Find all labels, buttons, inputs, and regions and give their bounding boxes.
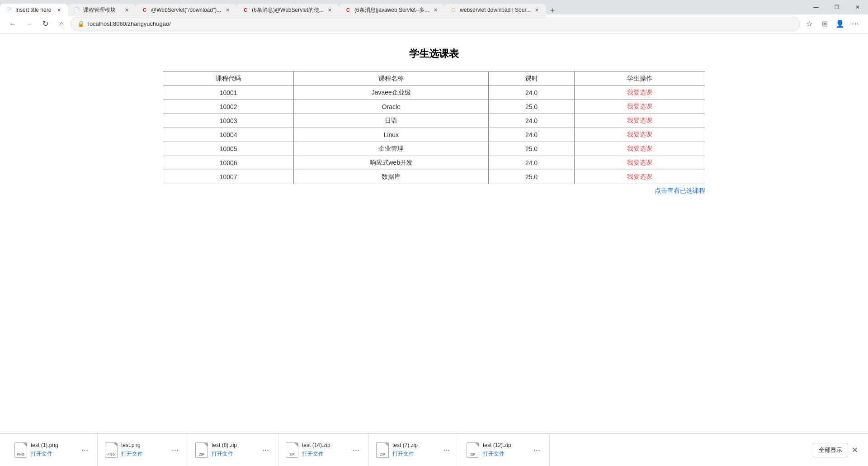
tab-close-3[interactable]: ✕ bbox=[224, 6, 231, 14]
download-item: PNGtest.png打开文件··· bbox=[98, 434, 188, 466]
minimize-button[interactable]: — bbox=[806, 0, 826, 14]
forward-button[interactable]: → bbox=[22, 17, 36, 31]
download-item: ZIPtest (12).zip打开文件··· bbox=[459, 434, 550, 466]
download-item: ZIPtest (7).zip打开文件··· bbox=[369, 434, 459, 466]
page-title: 学生选课表 bbox=[9, 47, 859, 61]
file-icon: PNG bbox=[105, 442, 118, 458]
open-file-link[interactable]: 打开文件 bbox=[483, 450, 511, 458]
table-row: 10004Linux24.0我要选课 bbox=[163, 128, 705, 142]
tab-close-2[interactable]: ✕ bbox=[123, 6, 130, 14]
tab-insert-title[interactable]: 📄 Insert title here ✕ bbox=[0, 4, 68, 16]
close-download-bar-button[interactable]: ✕ bbox=[848, 444, 861, 456]
cell-code: 10001 bbox=[163, 86, 294, 100]
tab-favicon-5: C bbox=[344, 6, 352, 14]
tab-label-2: 课程管理模块 bbox=[83, 6, 120, 14]
col-header-code: 课程代码 bbox=[163, 72, 294, 86]
tab-csdn-1[interactable]: C (6条消息)@WebServlet的使... ✕ bbox=[236, 4, 339, 16]
tab-close-6[interactable]: ✕ bbox=[533, 6, 541, 14]
cell-hours: 25.0 bbox=[489, 170, 574, 184]
select-course-link[interactable]: 我要选课 bbox=[627, 145, 652, 152]
cell-name: 日语 bbox=[294, 114, 489, 128]
table-row: 10006响应式web开发24.0我要选课 bbox=[163, 156, 705, 170]
home-button[interactable]: ⌂ bbox=[54, 17, 69, 31]
back-button[interactable]: ← bbox=[5, 17, 20, 31]
browser-window: 📄 Insert title here ✕ 📄 课程管理模块 ✕ C @WebS… bbox=[0, 0, 868, 466]
tab-label-1: Insert title here bbox=[15, 7, 52, 13]
zip-icon: ZIP bbox=[286, 442, 298, 458]
tab-webservlet-source[interactable]: ⬡ webservlet download | Sour... ✕ bbox=[444, 4, 546, 16]
tab-favicon-6: ⬡ bbox=[450, 6, 457, 14]
cell-hours: 25.0 bbox=[489, 100, 574, 114]
file-info: test (7).zip打开文件 bbox=[392, 442, 418, 458]
new-tab-button[interactable]: ＋ bbox=[546, 4, 559, 16]
select-course-link[interactable]: 我要选课 bbox=[627, 117, 652, 124]
file-icon: ZIP bbox=[286, 442, 298, 458]
open-file-link[interactable]: 打开文件 bbox=[31, 450, 58, 458]
table-row: 10002Oracle25.0我要选课 bbox=[163, 100, 705, 114]
download-item: PNGtest (1).png打开文件··· bbox=[7, 434, 98, 466]
select-course-link[interactable]: 我要选课 bbox=[627, 131, 652, 138]
tab-close-4[interactable]: ✕ bbox=[326, 6, 334, 14]
cell-name: 企业管理 bbox=[294, 142, 489, 156]
download-more-button[interactable]: ··· bbox=[80, 445, 90, 455]
download-item: ZIPtest (14).zip打开文件··· bbox=[278, 434, 369, 466]
course-table: 课程代码 课程名称 课时 学生操作 10001Javaee企业级24.0我要选课… bbox=[163, 71, 705, 184]
cell-action: 我要选课 bbox=[574, 100, 705, 114]
select-course-link[interactable]: 我要选课 bbox=[627, 173, 652, 180]
col-header-name: 课程名称 bbox=[294, 72, 489, 86]
tab-csdn-2[interactable]: C (6条消息)javaweb Servlet--多... ✕ bbox=[339, 4, 444, 16]
cell-code: 10006 bbox=[163, 156, 294, 170]
account-button[interactable]: 👤 bbox=[833, 17, 847, 31]
cell-action: 我要选课 bbox=[574, 170, 705, 184]
file-name: test.png bbox=[121, 442, 143, 448]
cell-hours: 25.0 bbox=[489, 142, 574, 156]
file-icon: ZIP bbox=[195, 442, 208, 458]
cell-code: 10003 bbox=[163, 114, 294, 128]
page-content: 学生选课表 课程代码 课程名称 课时 学生操作 10001Javaee企业级24… bbox=[0, 33, 868, 433]
restore-button[interactable]: ❐ bbox=[826, 0, 847, 14]
close-button[interactable]: ✕ bbox=[847, 0, 868, 14]
select-course-link[interactable]: 我要选课 bbox=[627, 89, 652, 96]
select-course-link[interactable]: 我要选课 bbox=[627, 103, 652, 110]
cell-action: 我要选课 bbox=[574, 142, 705, 156]
download-more-button[interactable]: ··· bbox=[532, 445, 542, 455]
download-more-button[interactable]: ··· bbox=[170, 445, 180, 455]
file-info: test (12).zip打开文件 bbox=[483, 442, 511, 458]
table-header-row: 课程代码 课程名称 课时 学生操作 bbox=[163, 72, 705, 86]
download-more-button[interactable]: ··· bbox=[441, 445, 452, 455]
view-selected-link[interactable]: 点击查看已选课程 bbox=[163, 187, 705, 195]
tab-favicon-2: 📄 bbox=[73, 6, 80, 14]
select-course-link[interactable]: 我要选课 bbox=[627, 159, 652, 166]
cell-hours: 24.0 bbox=[489, 114, 574, 128]
open-file-link[interactable]: 打开文件 bbox=[302, 450, 330, 458]
download-more-button[interactable]: ··· bbox=[351, 445, 361, 455]
open-file-link[interactable]: 打开文件 bbox=[392, 450, 418, 458]
cell-name: 响应式web开发 bbox=[294, 156, 489, 170]
cell-code: 10004 bbox=[163, 128, 294, 142]
png-icon: PNG bbox=[105, 442, 118, 458]
tab-strip: 📄 Insert title here ✕ 📄 课程管理模块 ✕ C @WebS… bbox=[0, 0, 806, 14]
tab-webservlet-download[interactable]: C @WebServlet("/download")... ✕ bbox=[136, 4, 236, 16]
file-icon: ZIP bbox=[376, 442, 389, 458]
open-file-link[interactable]: 打开文件 bbox=[121, 450, 143, 458]
tab-course-mgmt[interactable]: 📄 课程管理模块 ✕ bbox=[68, 4, 136, 16]
open-file-link[interactable]: 打开文件 bbox=[212, 450, 237, 458]
cell-action: 我要选课 bbox=[574, 128, 705, 142]
download-more-button[interactable]: ··· bbox=[260, 445, 271, 455]
cell-code: 10007 bbox=[163, 170, 294, 184]
file-name: test (7).zip bbox=[392, 442, 418, 448]
reload-button[interactable]: ↻ bbox=[38, 17, 52, 31]
tab-close-5[interactable]: ✕ bbox=[432, 6, 439, 14]
show-all-button[interactable]: 全部显示 bbox=[813, 443, 848, 457]
collections-button[interactable]: ⊞ bbox=[817, 17, 832, 31]
window-controls: — ❐ ✕ bbox=[806, 0, 868, 14]
tab-close-1[interactable]: ✕ bbox=[55, 6, 62, 14]
cell-code: 10005 bbox=[163, 142, 294, 156]
favorites-button[interactable]: ☆ bbox=[802, 17, 816, 31]
file-info: test (1).png打开文件 bbox=[31, 442, 58, 458]
cell-name: Oracle bbox=[294, 100, 489, 114]
menu-button[interactable]: ⋯ bbox=[848, 17, 863, 31]
table-row: 10005企业管理25.0我要选课 bbox=[163, 142, 705, 156]
nav-right-buttons: ☆ ⊞ 👤 ⋯ bbox=[802, 17, 863, 31]
address-bar[interactable]: 🔒 localhost:8060/zhangyuchugao/ bbox=[71, 17, 800, 31]
